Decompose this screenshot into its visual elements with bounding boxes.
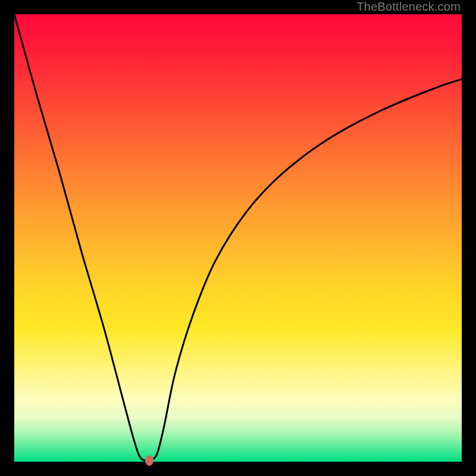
chart-frame [14,14,462,462]
optimum-marker [145,455,154,466]
watermark-text: TheBottleneck.com [356,0,461,14]
bottleneck-curve [14,14,462,462]
